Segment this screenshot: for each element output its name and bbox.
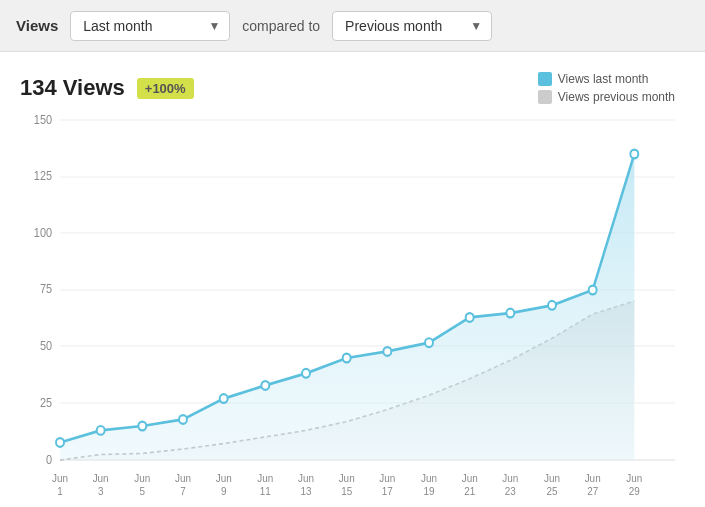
percent-badge: +100% [137, 78, 194, 99]
svg-text:Jun: Jun [216, 472, 232, 484]
svg-text:27: 27 [587, 486, 598, 498]
compare-select[interactable]: Previous month Previous year [332, 11, 492, 41]
svg-text:5: 5 [140, 486, 146, 498]
svg-text:Jun: Jun [339, 472, 355, 484]
svg-text:15: 15 [341, 486, 352, 498]
svg-text:25: 25 [546, 486, 557, 498]
svg-text:100: 100 [34, 227, 52, 240]
svg-text:50: 50 [40, 340, 52, 353]
svg-text:17: 17 [382, 486, 393, 498]
svg-text:29: 29 [629, 486, 640, 498]
svg-text:Jun: Jun [379, 472, 395, 484]
svg-text:Jun: Jun [585, 472, 601, 484]
svg-point-20 [220, 394, 228, 403]
svg-point-28 [548, 301, 556, 310]
svg-text:Jun: Jun [257, 472, 273, 484]
legend-color-blue [538, 72, 552, 86]
svg-text:Jun: Jun [502, 472, 518, 484]
svg-point-24 [383, 347, 391, 356]
legend-current: Views last month [538, 72, 649, 86]
views-count: 134 Views +100% [20, 75, 194, 101]
views-total: 134 Views [20, 75, 125, 101]
svg-point-17 [97, 426, 105, 435]
legend-color-gray [538, 90, 552, 104]
svg-point-16 [56, 438, 64, 447]
period-select-wrapper[interactable]: Last month This month Last 7 days Last 3… [70, 11, 230, 41]
page-title: Views [16, 17, 58, 34]
svg-point-25 [425, 338, 433, 347]
svg-text:150: 150 [34, 114, 52, 127]
compare-select-wrapper[interactable]: Previous month Previous year ▼ [332, 11, 492, 41]
svg-text:11: 11 [260, 486, 271, 498]
chart-legend: Views last month Views previous month [538, 72, 675, 104]
chart-svg: 0 25 50 75 100 125 150 [60, 120, 675, 460]
svg-text:Jun: Jun [544, 472, 560, 484]
svg-point-30 [630, 150, 638, 159]
svg-point-21 [261, 381, 269, 390]
svg-text:Jun: Jun [421, 472, 437, 484]
svg-point-22 [302, 369, 310, 378]
svg-text:75: 75 [40, 283, 52, 296]
svg-text:Jun: Jun [93, 472, 109, 484]
header-bar: Views Last month This month Last 7 days … [0, 0, 705, 52]
svg-text:Jun: Jun [298, 472, 314, 484]
svg-point-27 [506, 309, 514, 318]
chart-area: 0 25 50 75 100 125 150 [60, 120, 675, 460]
svg-point-18 [138, 422, 146, 431]
chart-header: 134 Views +100% Views last month Views p… [20, 72, 675, 104]
legend-previous-label: Views previous month [558, 90, 675, 104]
svg-text:9: 9 [221, 486, 227, 498]
svg-text:23: 23 [505, 486, 516, 498]
svg-text:Jun: Jun [626, 472, 642, 484]
svg-text:Jun: Jun [462, 472, 478, 484]
chart-container: 134 Views +100% Views last month Views p… [0, 52, 705, 507]
svg-text:13: 13 [300, 486, 311, 498]
svg-text:19: 19 [423, 486, 434, 498]
legend-current-label: Views last month [558, 72, 649, 86]
period-select[interactable]: Last month This month Last 7 days Last 3… [70, 11, 230, 41]
svg-point-19 [179, 415, 187, 424]
svg-text:3: 3 [98, 486, 104, 498]
svg-text:21: 21 [464, 486, 475, 498]
svg-text:7: 7 [180, 486, 186, 498]
svg-text:1: 1 [57, 486, 63, 498]
svg-point-23 [343, 354, 351, 363]
legend-previous: Views previous month [538, 90, 675, 104]
svg-text:25: 25 [40, 397, 52, 410]
svg-text:Jun: Jun [134, 472, 150, 484]
svg-text:0: 0 [46, 454, 52, 467]
svg-text:Jun: Jun [52, 472, 68, 484]
compared-to-label: compared to [242, 18, 320, 34]
svg-text:Jun: Jun [175, 472, 191, 484]
svg-point-29 [589, 286, 597, 295]
svg-text:125: 125 [34, 170, 52, 183]
svg-point-26 [466, 313, 474, 322]
